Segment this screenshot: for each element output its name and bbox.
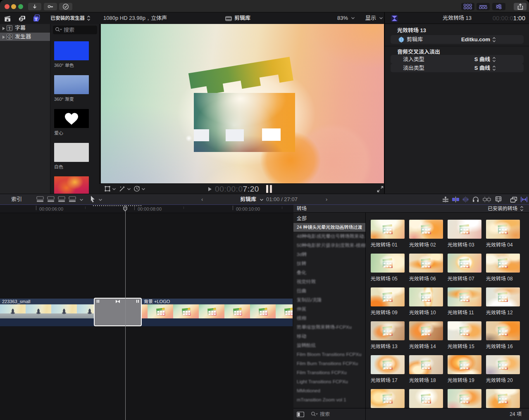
svg-text:T: T (35, 17, 38, 21)
svg-text:2: 2 (9, 35, 11, 39)
svg-text:T: T (8, 26, 11, 31)
